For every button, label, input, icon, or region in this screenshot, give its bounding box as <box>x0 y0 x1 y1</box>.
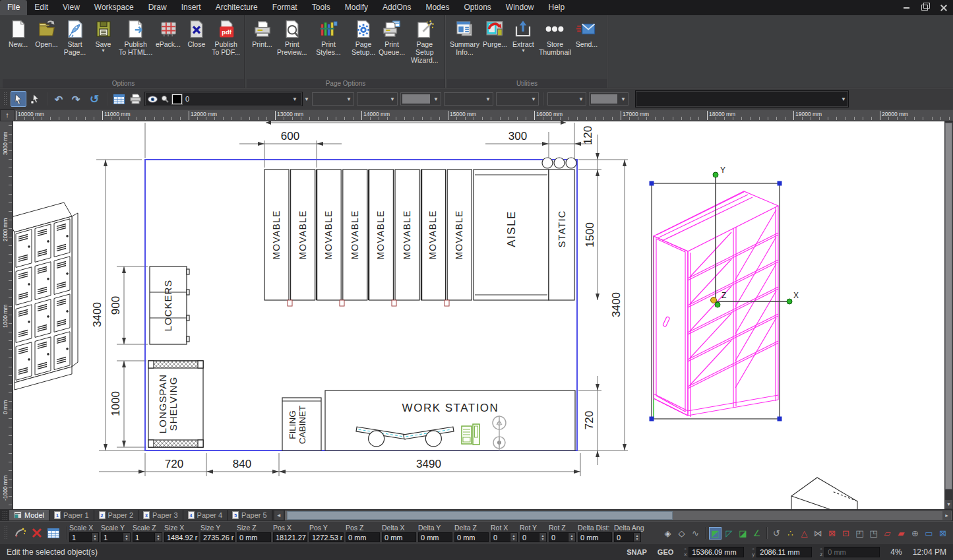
chevron-down-icon[interactable]: ▼ <box>431 96 441 102</box>
vertical-scrollbar[interactable]: ▼ <box>944 121 953 509</box>
field-value-input[interactable]: 1 <box>133 532 155 542</box>
field-value-input[interactable]: 0 mm <box>418 532 452 542</box>
spinner-control[interactable]: ▲▼ <box>123 532 131 542</box>
rotate-3d-icon[interactable]: ◈ <box>661 527 674 540</box>
field-value-input[interactable]: 2735.26 r <box>200 532 235 542</box>
tab-paper-5[interactable]: 5Paper 5 <box>228 510 272 520</box>
computer-symbol[interactable] <box>462 424 479 445</box>
print-drawing-button[interactable] <box>128 91 144 107</box>
corner-select-icon[interactable]: ◸ <box>723 527 735 540</box>
selection-info-table-button[interactable] <box>46 526 61 540</box>
origin-handle[interactable] <box>711 297 717 303</box>
tab-paper-3[interactable]: 3Paper 3 <box>138 510 183 520</box>
ruler-origin-button[interactable]: ↑ <box>0 109 15 121</box>
field-value-input[interactable]: 1 <box>101 532 123 542</box>
menu-insert[interactable]: Insert <box>174 0 208 15</box>
floor-plan[interactable]: 600 300 120 1500 3400 3400 900 1000 720 … <box>91 121 628 476</box>
geo-toggle[interactable]: GEO <box>658 548 673 556</box>
field-value-input[interactable]: 0 mm <box>454 532 489 542</box>
menu-modes[interactable]: Modes <box>418 0 456 15</box>
spinner-control[interactable]: ▲▼ <box>155 532 162 542</box>
menu-draw[interactable]: Draw <box>141 0 174 15</box>
tab-model[interactable]: Model <box>9 510 49 520</box>
send-button[interactable]: Send... <box>572 18 601 49</box>
chevron-down-icon[interactable]: ▼ <box>576 96 586 102</box>
flex-curve-icon[interactable]: ∿ <box>689 527 702 540</box>
field-value-input[interactable]: 1484.92 r <box>164 532 199 542</box>
coordinate-y-input[interactable]: 2086.11 mm <box>756 547 812 557</box>
y-axis-handle[interactable] <box>713 172 718 177</box>
redo-loop-button[interactable]: ↺ <box>85 91 104 107</box>
menu-options[interactable]: Options <box>456 0 498 15</box>
vertical-ruler[interactable]: 3000 mm2000 mm1000 mm0 mm-1000 mm <box>0 121 13 509</box>
furniture[interactable] <box>148 158 576 451</box>
field-value-input[interactable]: 0 <box>491 532 510 542</box>
edit-points-button[interactable] <box>13 526 28 540</box>
corner-frame-b-icon[interactable]: ◳ <box>867 527 880 540</box>
field-value-input[interactable]: 1272.53 r <box>309 532 344 542</box>
print-styles-button[interactable]: Print Styles... <box>307 18 349 57</box>
layer-property-box[interactable]: 0 ▼ <box>144 92 303 106</box>
start-page-button[interactable]: Start Page... <box>61 18 89 57</box>
menu-modify[interactable]: Modify <box>338 0 375 15</box>
property-combo-2[interactable]: ▼ <box>357 92 398 106</box>
chevron-down-icon[interactable]: ▼ <box>619 96 628 102</box>
property-combo-3[interactable]: ▼ <box>400 92 441 106</box>
property-combo-5[interactable]: ▼ <box>496 92 539 106</box>
frame-blue-icon[interactable]: ▭ <box>923 527 935 540</box>
field-value-input[interactable]: 0 mm <box>237 532 271 542</box>
node-pin-icon[interactable]: ⊕ <box>909 527 921 540</box>
spinner-control[interactable]: ▲▼ <box>92 532 99 542</box>
spinner-control[interactable]: ▲▼ <box>539 532 547 542</box>
menu-edit[interactable]: Edit <box>27 0 55 15</box>
open-button[interactable]: Open... <box>32 18 61 49</box>
horizontal-scrollbar-thumb[interactable] <box>287 511 673 520</box>
extract-button[interactable]: Extract▾ <box>509 18 538 54</box>
field-value-input[interactable]: 18121.27 <box>273 532 307 542</box>
selection-info-button[interactable] <box>111 91 127 107</box>
tab-scroll-left-button[interactable]: ◄ <box>274 511 284 520</box>
chevron-down-icon[interactable]: ▼ <box>344 96 354 102</box>
property-combo-6[interactable]: ▼ <box>547 92 586 106</box>
menu-view[interactable]: View <box>55 0 87 15</box>
close-button[interactable] <box>937 3 949 13</box>
print-queue-button[interactable]: Print Queue... <box>378 18 406 57</box>
property-combo-1[interactable]: ▼ <box>312 92 354 106</box>
menu-format[interactable]: Format <box>265 0 305 15</box>
frame-target-icon[interactable]: ⊡ <box>840 527 852 540</box>
field-value-input[interactable]: 0 mm <box>346 532 380 542</box>
frame-slash-icon[interactable]: ⊠ <box>826 527 838 540</box>
vertical-scrollbar-thumb[interactable] <box>945 123 952 489</box>
property-combo-4[interactable]: ▼ <box>444 92 493 106</box>
menu-window[interactable]: Window <box>499 0 541 15</box>
lockers-3d-isometric[interactable] <box>13 202 78 390</box>
node-select-button[interactable] <box>28 91 44 107</box>
tabstrip-grip[interactable] <box>2 511 7 520</box>
property-combo-7[interactable]: ▼ <box>589 92 629 106</box>
chevron-down-icon[interactable]: ▼ <box>303 96 311 102</box>
close-button[interactable]: Close <box>182 18 210 49</box>
layer-color-swatch[interactable] <box>172 94 182 104</box>
menu-architecture[interactable]: Architecture <box>208 0 265 15</box>
summary-info-button[interactable]: Summary Info... <box>448 18 481 57</box>
chevron-down-icon[interactable]: ▼ <box>290 96 299 102</box>
base-point-handle[interactable] <box>715 302 720 307</box>
store-thumbnail-button[interactable]: Store Thumbnail <box>538 18 572 57</box>
horizontal-ruler[interactable]: 10000 mm11000 mm12000 mm13000 mm14000 mm… <box>15 109 953 121</box>
field-value-input[interactable]: 0 <box>520 532 539 542</box>
menu-help[interactable]: Help <box>541 0 572 15</box>
select-tool-button[interactable] <box>11 91 26 107</box>
field-value-input[interactable]: 0 mm <box>382 532 416 542</box>
chevron-down-icon[interactable]: ▼ <box>839 96 848 102</box>
x-axis-handle[interactable] <box>787 299 792 304</box>
menu-workspace[interactable]: Workspace <box>87 0 141 15</box>
publish-to-html-button[interactable]: Publish To HTML... <box>117 18 154 57</box>
horizontal-scrollbar[interactable]: ► <box>285 511 952 520</box>
field-value-input[interactable]: 0 <box>549 532 569 542</box>
polyline-node-icon[interactable]: ∠ <box>751 527 763 540</box>
print-button[interactable]: Print... <box>248 18 276 49</box>
chevron-down-icon[interactable]: ▼ <box>388 96 397 102</box>
frame-cross-icon[interactable]: ⊠ <box>937 527 949 540</box>
redo-button[interactable]: ↷ <box>68 91 84 107</box>
menu-tools[interactable]: Tools <box>305 0 338 15</box>
